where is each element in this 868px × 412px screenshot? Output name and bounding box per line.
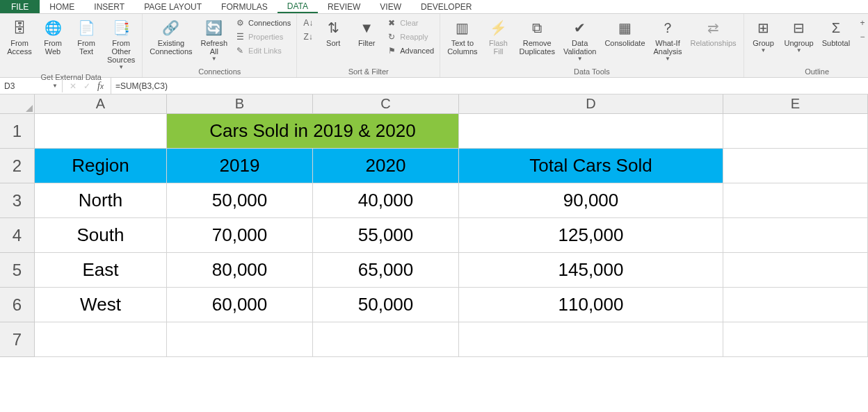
cell-a1[interactable] bbox=[35, 114, 167, 149]
name-box[interactable]: D3 ▼ bbox=[0, 80, 63, 92]
edit-links-button[interactable]: ✎Edit Links bbox=[233, 44, 292, 57]
connections-button[interactable]: ⚙Connections bbox=[233, 17, 292, 29]
cell-a4[interactable]: South bbox=[35, 218, 167, 253]
cell-a3[interactable]: North bbox=[35, 183, 167, 218]
from-web-button[interactable]: 🌐 FromWeb bbox=[38, 17, 68, 57]
hide-detail-button[interactable]: −Hid bbox=[855, 31, 868, 43]
col-header-b[interactable]: B bbox=[167, 94, 313, 114]
cell-title[interactable]: Cars Sold in 2019 & 2020 bbox=[167, 114, 459, 149]
cell-d6[interactable]: 110,000 bbox=[459, 288, 723, 322]
cell-e4[interactable] bbox=[723, 218, 868, 253]
remove-duplicates-button[interactable]: ⧉ RemoveDuplicates bbox=[517, 17, 558, 57]
cell-e6[interactable] bbox=[723, 288, 868, 322]
properties-button[interactable]: ☰Properties bbox=[233, 31, 292, 43]
flash-fill-button[interactable]: ⚡ FlashFill bbox=[483, 17, 514, 57]
select-all-corner[interactable] bbox=[0, 94, 35, 114]
cell-d3[interactable]: 90,000 bbox=[459, 183, 723, 218]
refresh-all-button[interactable]: 🔄 RefreshAll ▼ bbox=[198, 17, 231, 63]
row-header-3[interactable]: 3 bbox=[0, 183, 35, 218]
tab-review[interactable]: REVIEW bbox=[318, 0, 370, 13]
col-header-c[interactable]: C bbox=[313, 94, 459, 114]
reapply-icon: ↻ bbox=[386, 31, 397, 42]
cell-d1[interactable] bbox=[459, 114, 723, 149]
cell-e7[interactable] bbox=[723, 322, 868, 357]
cell-b6[interactable]: 60,000 bbox=[167, 288, 313, 322]
cell-b7[interactable] bbox=[167, 322, 313, 357]
cell-b3[interactable]: 50,000 bbox=[167, 183, 313, 218]
consolidate-button[interactable]: ▦ Consolidate bbox=[602, 17, 648, 49]
cell-e3[interactable] bbox=[723, 183, 868, 218]
chevron-down-icon: ▼ bbox=[211, 56, 217, 62]
sort-button[interactable]: ⇅ Sort bbox=[318, 17, 348, 49]
edit-links-icon: ✎ bbox=[234, 45, 246, 56]
ribbon-group-connections: 🔗 ExistingConnections 🔄 RefreshAll ▼ ⚙Co… bbox=[143, 14, 297, 77]
tab-developer[interactable]: DEVELOPER bbox=[411, 0, 481, 13]
cell-a2[interactable]: Region bbox=[35, 149, 167, 183]
chevron-down-icon: ▼ bbox=[118, 64, 124, 70]
text-to-columns-button[interactable]: ▥ Text toColumns bbox=[444, 17, 480, 57]
row-header-6[interactable]: 6 bbox=[0, 288, 35, 322]
cell-a5[interactable]: East bbox=[35, 253, 167, 288]
clear-icon: ✖ bbox=[386, 17, 397, 28]
ribbon-group-sort-filter: A↓ Z↓ ⇅ Sort ▼ Filter ✖Clear ↻Reapply ⚑A… bbox=[297, 14, 440, 77]
what-if-analysis-button[interactable]: ？ What-IfAnalysis ▼ bbox=[651, 17, 685, 63]
cell-a7[interactable] bbox=[35, 322, 167, 357]
formula-input[interactable]: =SUM(B3,C3) bbox=[111, 78, 868, 94]
chevron-down-icon: ▼ bbox=[52, 83, 58, 89]
cell-c7[interactable] bbox=[313, 322, 459, 357]
cell-a6[interactable]: West bbox=[35, 288, 167, 322]
cell-c2[interactable]: 2020 bbox=[313, 149, 459, 183]
data-validation-button[interactable]: ✔ DataValidation ▼ bbox=[561, 17, 600, 63]
from-other-sources-button[interactable]: 📑 From OtherSources ▼ bbox=[104, 17, 138, 72]
from-text-button[interactable]: 📄 FromText bbox=[71, 17, 102, 57]
tab-formulas[interactable]: FORMULAS bbox=[211, 0, 278, 13]
relationships-button[interactable]: ⇄ Relationships bbox=[687, 17, 739, 49]
col-header-a[interactable]: A bbox=[35, 94, 167, 114]
show-detail-button[interactable]: +Sho bbox=[855, 17, 868, 29]
row-header-5[interactable]: 5 bbox=[0, 253, 35, 288]
cell-b4[interactable]: 70,000 bbox=[167, 218, 313, 253]
filter-button[interactable]: ▼ Filter bbox=[351, 17, 382, 49]
cell-d4[interactable]: 125,000 bbox=[459, 218, 723, 253]
tab-file[interactable]: FILE bbox=[0, 0, 40, 13]
advanced-button[interactable]: ⚑Advanced bbox=[385, 44, 435, 57]
reapply-button[interactable]: ↻Reapply bbox=[385, 31, 435, 43]
sort-icon: ⇅ bbox=[323, 18, 343, 38]
cell-e2[interactable] bbox=[723, 149, 868, 183]
cell-c3[interactable]: 40,000 bbox=[313, 183, 459, 218]
row-header-7[interactable]: 7 bbox=[0, 322, 35, 357]
ungroup-button[interactable]: ⊟ Ungroup ▼ bbox=[782, 17, 817, 55]
cell-e5[interactable] bbox=[723, 253, 868, 288]
sort-asc-button[interactable]: A↓ bbox=[301, 17, 315, 29]
clear-button[interactable]: ✖Clear bbox=[385, 17, 435, 29]
row-header-2[interactable]: 2 bbox=[0, 149, 35, 183]
sort-desc-button[interactable]: Z↓ bbox=[301, 31, 315, 43]
cell-d7[interactable] bbox=[459, 322, 723, 357]
tab-insert[interactable]: INSERT bbox=[84, 0, 134, 13]
cell-b2[interactable]: 2019 bbox=[167, 149, 313, 183]
cell-c6[interactable]: 50,000 bbox=[313, 288, 459, 322]
filter-icon: ▼ bbox=[357, 18, 376, 38]
row-header-1[interactable]: 1 bbox=[0, 114, 35, 149]
col-header-e[interactable]: E bbox=[723, 94, 868, 114]
tab-home[interactable]: HOME bbox=[40, 0, 84, 13]
existing-connections-button[interactable]: 🔗 ExistingConnections bbox=[147, 17, 195, 57]
cell-d5[interactable]: 145,000 bbox=[459, 253, 723, 288]
tab-data[interactable]: DATA bbox=[278, 0, 318, 13]
fx-icon[interactable]: fx bbox=[97, 81, 104, 92]
cell-c5[interactable]: 65,000 bbox=[313, 253, 459, 288]
cell-d2[interactable]: Total Cars Sold bbox=[459, 149, 723, 183]
from-access-button[interactable]: 🗄 FromAccess bbox=[4, 17, 35, 57]
tab-page-layout[interactable]: PAGE LAYOUT bbox=[134, 0, 211, 13]
row-header-4[interactable]: 4 bbox=[0, 218, 35, 253]
tab-view[interactable]: VIEW bbox=[370, 0, 411, 13]
group-button[interactable]: ⊞ Group ▼ bbox=[748, 17, 779, 55]
confirm-icon[interactable]: ✓ bbox=[83, 81, 90, 91]
cell-c4[interactable]: 55,000 bbox=[313, 218, 459, 253]
cell-e1[interactable] bbox=[723, 114, 868, 149]
cancel-icon[interactable]: ✕ bbox=[70, 81, 77, 91]
subtotal-button[interactable]: Σ Subtotal bbox=[819, 17, 853, 49]
col-header-d[interactable]: D bbox=[459, 94, 723, 114]
remove-duplicates-icon: ⧉ bbox=[527, 18, 547, 38]
cell-b5[interactable]: 80,000 bbox=[167, 253, 313, 288]
